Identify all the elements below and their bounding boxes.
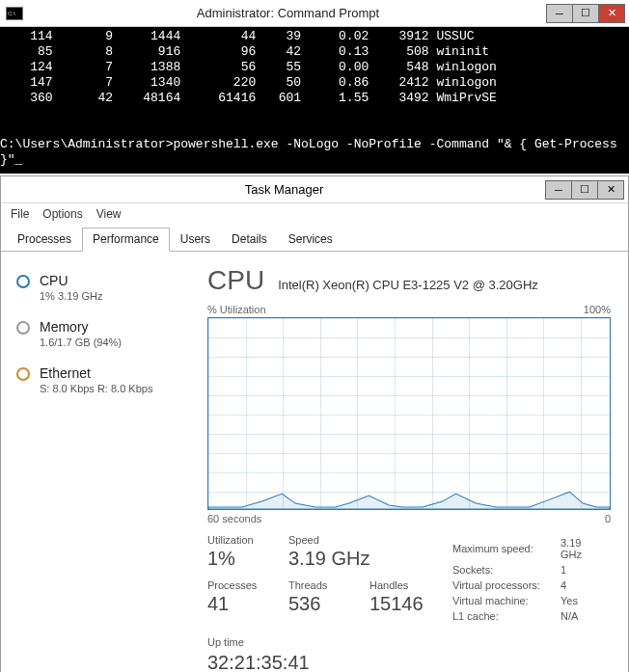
cpu-model: Intel(R) Xeon(R) CPU E3-1225 V2 @ 3.20GH… <box>278 278 538 292</box>
menu-file[interactable]: File <box>11 207 29 221</box>
memory-thumb-icon <box>16 321 30 335</box>
panel-heading: CPU <box>207 265 264 296</box>
sidebar-sublabel: S: 8.0 Kbps R: 8.0 Kbps <box>40 383 152 394</box>
cmd-output[interactable]: 114 9 1444 44 39 0.02 3912 USSUC 85 8 91… <box>0 27 629 174</box>
perf-sidebar: CPU 1% 3.19 GHz Memory 1.6/1.7 GB (94%) … <box>1 252 204 672</box>
kv-key: Maximum speed: <box>452 536 559 561</box>
stats-row: Utilization 1% Speed 3.19 GHz Processes … <box>207 534 611 625</box>
maximize-button[interactable]: ☐ <box>572 4 599 23</box>
minimize-button[interactable]: ─ <box>545 180 572 200</box>
menu-view[interactable]: View <box>96 207 122 221</box>
stat-value: 3.19 GHz <box>288 548 369 570</box>
taskmgr-title-text: Task Manager <box>22 182 546 197</box>
stat-value: 1% <box>207 548 271 570</box>
kv-val: N/A <box>561 609 609 623</box>
maximize-button[interactable]: ☐ <box>571 180 598 200</box>
sidebar-label: Memory <box>40 319 122 335</box>
cmd-prompt-line: C:\Users\Administrator>powershell.exe -N… <box>0 137 629 168</box>
axis-label-bottom-left: 60 seconds <box>207 513 261 524</box>
menu-bar: File Options View <box>1 203 628 227</box>
cpu-thumb-icon <box>16 275 30 288</box>
tab-services[interactable]: Services <box>278 228 343 252</box>
stat-value: 41 <box>207 593 271 615</box>
kv-val: Yes <box>561 594 609 607</box>
stat-label: Utilization <box>207 534 271 546</box>
kv-key: Virtual machine: <box>452 594 559 607</box>
taskmgr-titlebar[interactable]: Task Manager ─ ☐ ✕ <box>1 176 628 203</box>
kv-val: 1 <box>561 563 609 577</box>
cmd-title-text: Administrator: Command Prompt <box>29 6 547 20</box>
axis-label-top-right: 100% <box>584 304 611 315</box>
sidebar-label: Ethernet <box>40 365 152 381</box>
axis-label-bottom-right: 0 <box>605 513 611 524</box>
kv-val: 3.19 GHz <box>561 536 609 561</box>
uptime-label: Up time <box>207 636 611 648</box>
cpu-details-table: Maximum speed:3.19 GHz Sockets:1 Virtual… <box>451 534 611 625</box>
tab-users[interactable]: Users <box>170 228 221 252</box>
stat-label: Handles <box>369 579 433 591</box>
close-button[interactable]: ✕ <box>597 180 624 200</box>
stat-value: 15146 <box>369 593 433 615</box>
sidebar-item-memory[interactable]: Memory 1.6/1.7 GB (94%) <box>14 311 200 358</box>
stat-label: Threads <box>288 579 352 591</box>
tab-details[interactable]: Details <box>221 228 278 252</box>
tab-bar: Processes Performance Users Details Serv… <box>1 227 628 252</box>
cmd-icon: C:\ <box>6 7 23 20</box>
taskmgr-window-controls: ─ ☐ ✕ <box>546 180 624 200</box>
cmd-window-controls: ─ ☐ ✕ <box>547 4 625 23</box>
close-button[interactable]: ✕ <box>598 4 625 23</box>
cmd-titlebar[interactable]: C:\ Administrator: Command Prompt ─ ☐ ✕ <box>0 0 629 27</box>
taskmgr-window: Task Manager ─ ☐ ✕ File Options View Pro… <box>0 175 629 672</box>
axis-label-top-left: % Utilization <box>207 304 266 315</box>
kv-key: Sockets: <box>452 563 559 577</box>
kv-key: Virtual processors: <box>452 578 559 592</box>
minimize-button[interactable]: ─ <box>546 4 573 23</box>
cpu-util-chart <box>207 317 611 510</box>
sidebar-sublabel: 1% 3.19 GHz <box>40 290 102 302</box>
stat-value: 536 <box>288 593 352 615</box>
menu-options[interactable]: Options <box>42 207 82 221</box>
sidebar-label: CPU <box>40 273 102 288</box>
sidebar-sublabel: 1.6/1.7 GB (94%) <box>40 336 122 348</box>
sidebar-item-cpu[interactable]: CPU 1% 3.19 GHz <box>14 265 200 311</box>
kv-key: L1 cache: <box>452 609 559 623</box>
perf-main: CPU Intel(R) Xeon(R) CPU E3-1225 V2 @ 3.… <box>204 252 628 672</box>
tab-performance[interactable]: Performance <box>82 228 170 252</box>
stat-label: Processes <box>207 579 271 591</box>
kv-val: 4 <box>561 578 609 592</box>
taskmgr-body: CPU 1% 3.19 GHz Memory 1.6/1.7 GB (94%) … <box>1 252 628 672</box>
ethernet-thumb-icon <box>16 367 30 381</box>
tab-processes[interactable]: Processes <box>7 228 82 252</box>
stat-label: Speed <box>288 534 369 546</box>
cmd-window: C:\ Administrator: Command Prompt ─ ☐ ✕ … <box>0 0 629 174</box>
uptime-value: 32:21:35:41 <box>207 652 611 672</box>
sidebar-item-ethernet[interactable]: Ethernet S: 8.0 Kbps R: 8.0 Kbps <box>14 358 200 404</box>
